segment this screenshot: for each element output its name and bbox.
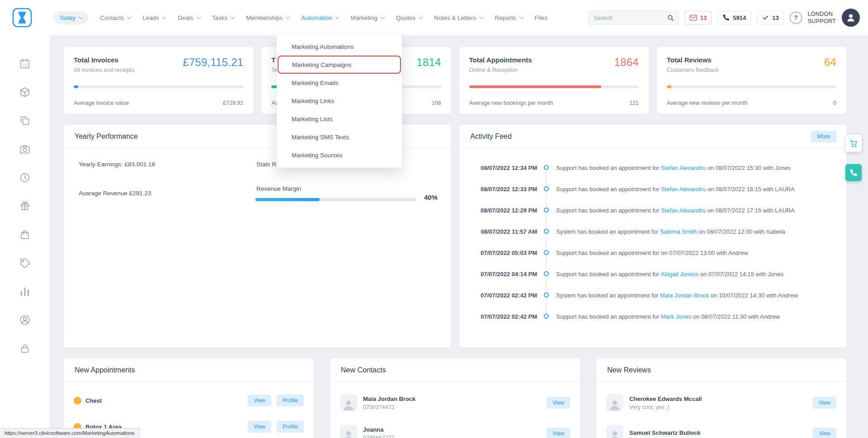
nav-leads[interactable]: Leads — [142, 14, 166, 21]
nav-today[interactable]: Today — [53, 11, 88, 24]
appointment-status-dot — [74, 397, 81, 405]
nav-memberships[interactable]: Memberships — [246, 14, 289, 21]
profile-button[interactable]: Profile — [277, 395, 304, 406]
chevron-down-icon — [196, 14, 201, 19]
nav-deals[interactable]: Deals — [178, 14, 200, 21]
view-button[interactable]: View — [248, 421, 271, 433]
menu-item-marketing-emails[interactable]: Marketing Emails — [277, 74, 402, 92]
chevron-down-icon — [419, 14, 423, 19]
nav-reports[interactable]: Reports — [495, 14, 523, 21]
left-sidebar: 12 — [0, 35, 50, 438]
nav-quotes[interactable]: Quotes — [396, 14, 423, 21]
app-logo[interactable] — [12, 8, 32, 28]
nav-files[interactable]: Files — [535, 14, 548, 21]
contact-link[interactable]: Maia Jordan Brock — [660, 292, 709, 299]
stat-subtitle: Customers feedback — [667, 67, 719, 73]
menu-item-marketing-links[interactable]: Marketing Links — [277, 92, 402, 110]
revenue-margin-label: Revenue Margin — [256, 185, 301, 192]
stat-footer-label: Average new bookings per month — [469, 100, 553, 106]
gift-icon[interactable] — [19, 200, 31, 212]
feed-marker-icon — [544, 314, 549, 319]
new-reviews-title: New Reviews — [607, 366, 651, 374]
copy-pages-icon[interactable] — [19, 115, 31, 127]
phone-floating-button[interactable] — [845, 164, 862, 181]
search-input[interactable] — [594, 14, 667, 21]
contact-row: Maia Jordan Brock 0730274472 View — [330, 387, 580, 418]
calls-badge[interactable]: 5914 — [717, 11, 751, 24]
contact-link[interactable]: Stefan Alexandru — [661, 186, 706, 193]
camera-icon[interactable] — [19, 143, 31, 155]
feed-marker-icon — [544, 186, 549, 191]
nav-contacts[interactable]: Contacts — [100, 14, 131, 21]
menu-item-marketing-lists[interactable]: Marketing Lists — [277, 110, 402, 128]
shopping-bag-icon[interactable] — [19, 229, 31, 240]
feed-marker-icon — [544, 207, 549, 212]
lock-icon[interactable] — [19, 343, 31, 354]
nav-notes-letters[interactable]: Notes & Letters — [434, 14, 483, 21]
menu-item-marketing-sources[interactable]: Marketing Sources — [277, 146, 402, 164]
nav-tasks[interactable]: Tasks — [212, 14, 235, 21]
search-box — [588, 10, 679, 25]
price-tag-icon[interactable] — [19, 257, 31, 269]
stat-value: 1814 — [416, 56, 441, 69]
menu-item-marketing-automations[interactable]: Marketing Automations — [277, 38, 402, 56]
messages-count: 13 — [700, 14, 707, 21]
stat-title: Total Appointments — [469, 56, 532, 64]
contact-link[interactable]: Sabrina Smith — [660, 228, 697, 235]
stat-footer-label: Average invoice value — [74, 100, 129, 106]
more-button[interactable]: More — [811, 131, 836, 142]
user-avatar[interactable] — [842, 9, 860, 27]
contact-link[interactable]: Mark Jones — [661, 313, 691, 320]
nav-marketing[interactable]: Marketing — [350, 14, 384, 21]
stock-box-icon[interactable] — [19, 86, 31, 98]
chevron-down-icon — [286, 14, 290, 19]
revenue-margin-value: 40% — [424, 193, 438, 201]
new-contacts-card: New Contacts Maia Jordan Brock 073027447… — [330, 358, 580, 438]
view-button[interactable]: View — [547, 428, 570, 438]
chevron-down-icon — [79, 14, 83, 19]
reviewer-name: Samuel Schwartz Bullock — [629, 429, 807, 436]
question-mark-icon: ? — [794, 14, 798, 21]
history-clock-icon[interactable] — [19, 172, 31, 184]
main-menu: Today Contacts Leads Deals Tasks Members… — [53, 0, 547, 35]
contact-link[interactable]: Abigail Joness — [660, 271, 698, 278]
cart-floating-button[interactable] — [845, 135, 862, 152]
person-icon — [608, 429, 622, 438]
stats-fragment: Stats Re — [256, 161, 280, 168]
account-name: LONDON SUPPORT — [808, 10, 836, 25]
profile-button[interactable]: Profile — [277, 421, 304, 433]
view-button[interactable]: View — [248, 395, 271, 406]
header-right-cluster: 13 5914 13 ? LONDON SUPPORT — [588, 0, 860, 35]
new-reviews-card: New Reviews Cherokee Edwards Mccall Very… — [596, 358, 846, 438]
search-icon[interactable] — [667, 14, 675, 22]
support-agent-icon[interactable] — [19, 314, 31, 326]
contact-link[interactable]: Stefan Alexandru — [661, 165, 706, 171]
average-revenue: Avarage Revenue £291.23 — [79, 190, 151, 197]
feed-item: 08/07/2022 11:57 AM System has booked an… — [459, 227, 835, 236]
contact-link[interactable]: Stefan Alexandru — [661, 207, 706, 214]
view-button[interactable]: View — [547, 397, 570, 409]
nav-automation[interactable]: Automation — [301, 14, 339, 21]
tasks-badge[interactable]: 13 — [757, 11, 783, 24]
feed-item: 08/07/2022 12:29 PM Support has booked a… — [459, 206, 835, 215]
chevron-down-icon — [519, 14, 524, 19]
calendar-icon[interactable]: 12 — [19, 58, 31, 70]
help-button[interactable]: ? — [790, 12, 802, 24]
activity-feed-title: Activity Feed — [470, 132, 512, 141]
feed-timestamp: 08/07/2022 11:57 AM — [459, 227, 537, 236]
bar-chart-icon[interactable] — [19, 286, 31, 297]
menu-item-marketing-campaigns[interactable]: Marketing Campaigns — [278, 56, 401, 74]
view-button[interactable]: View — [813, 397, 836, 409]
kpi-row: Total Invoices All invoices and receipts… — [64, 47, 846, 114]
review-row: Samuel Schwartz Bullock View — [596, 418, 846, 438]
messages-badge[interactable]: 13 — [684, 11, 712, 24]
chevron-down-icon — [479, 14, 484, 19]
person-icon — [608, 398, 622, 411]
menu-item-marketing-sms-texts[interactable]: Marketing SMS Texts — [277, 128, 402, 146]
stat-footer-value: 121 — [629, 100, 639, 106]
review-row: Cherokee Edwards Mccall Very cool, yes :… — [596, 387, 846, 418]
stat-title: Total Invoices — [74, 56, 134, 64]
view-button[interactable]: View — [813, 428, 836, 438]
activity-feed-card: Activity Feed More 08/07/2022 12:34 PM S… — [459, 125, 846, 348]
top-navigation-bar: Today Contacts Leads Deals Tasks Members… — [0, 0, 868, 35]
